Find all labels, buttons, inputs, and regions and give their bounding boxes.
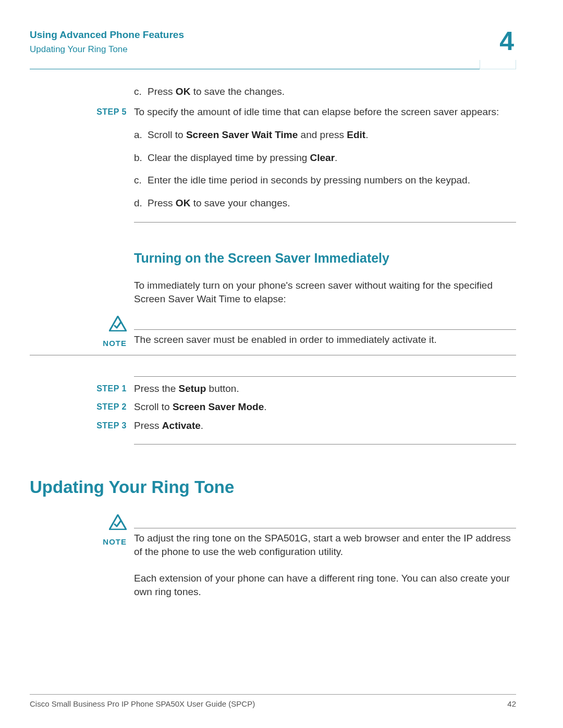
- substep-marker: b.: [134, 151, 148, 165]
- paragraph: Each extension of your phone can have a …: [134, 572, 516, 598]
- footer-page-number: 42: [507, 699, 516, 709]
- note-check-icon: [109, 514, 127, 534]
- substep-text: Press OK to save your changes.: [148, 196, 516, 210]
- note-label: NOTE: [103, 537, 127, 546]
- page-footer: Cisco Small Business Pro IP Phone SPA50X…: [30, 694, 516, 709]
- substep-text: Clear the displayed time by pressing Cle…: [148, 151, 516, 165]
- step-text: Scroll to Screen Saver Mode.: [134, 400, 516, 414]
- page-header: Using Advanced Phone Features Updating Y…: [30, 28, 516, 56]
- substep-marker: c.: [134, 85, 148, 98]
- substep-marker: c.: [134, 174, 148, 187]
- step-1: STEP 1 Press the Setup button.: [30, 382, 516, 396]
- page-content: c. Press OK to save the changes. STEP 5 …: [30, 85, 516, 599]
- substep-text: Scroll to Screen Saver Wait Time and pre…: [148, 128, 516, 142]
- note-text: To adjust the ring tone on the SPA501G, …: [134, 532, 516, 558]
- section-rule: [134, 376, 516, 377]
- step-3: STEP 3 Press Activate.: [30, 419, 516, 433]
- note-text: The screen saver must be enabled in orde…: [134, 333, 516, 347]
- section-title: Using Advanced Phone Features: [30, 28, 184, 42]
- note-rule: [134, 329, 516, 330]
- note-left: NOTE: [30, 514, 134, 558]
- step-intro: To specify the amount of idle time that …: [134, 105, 516, 119]
- step-label: STEP 3: [30, 419, 134, 433]
- substep-row: b. Clear the displayed time by pressing …: [134, 151, 516, 165]
- svg-marker-1: [109, 515, 126, 529]
- substep-row: d. Press OK to save your changes.: [134, 196, 516, 210]
- note-body: The screen saver must be enabled in orde…: [134, 316, 516, 349]
- heading-1: Updating Your Ring Tone: [30, 476, 516, 499]
- note-check-icon: [109, 316, 127, 335]
- footer-doc-title: Cisco Small Business Pro IP Phone SPA50X…: [30, 699, 255, 709]
- step-text: Press the Setup button.: [134, 382, 516, 396]
- chapter-box-decoration: [480, 60, 516, 69]
- substep-row: c. Press OK to save the changes.: [134, 85, 516, 98]
- step-2: STEP 2 Scroll to Screen Saver Mode.: [30, 400, 516, 414]
- substep-text: Press OK to save the changes.: [148, 85, 516, 98]
- note-block: NOTE To adjust the ring tone on the SPA5…: [30, 514, 516, 558]
- svg-marker-0: [109, 316, 126, 331]
- note-body: To adjust the ring tone on the SPA501G, …: [134, 514, 516, 558]
- note-label: NOTE: [103, 339, 127, 348]
- substep-row: c. Enter the idle time period in seconds…: [134, 174, 516, 187]
- heading-2: Turning on the Screen Saver Immediately: [134, 250, 516, 267]
- full-rule: [30, 355, 516, 355]
- step-label: STEP 5: [30, 105, 134, 209]
- substep-text: Enter the idle time period in seconds by…: [148, 174, 516, 187]
- step-text: Press Activate.: [134, 419, 516, 433]
- substep-marker: d.: [134, 196, 148, 210]
- section-rule: [134, 222, 516, 223]
- substep-marker: a.: [134, 128, 148, 142]
- header-rule: [30, 69, 516, 69]
- chapter-number: 4: [499, 28, 516, 54]
- step-label: STEP 1: [30, 382, 134, 396]
- note-left: NOTE: [30, 316, 134, 349]
- header-left: Using Advanced Phone Features Updating Y…: [30, 28, 184, 56]
- note-rule: [134, 528, 516, 528]
- step-label: STEP 2: [30, 400, 134, 414]
- section-rule: [134, 444, 516, 445]
- note-block: NOTE The screen saver must be enabled in…: [30, 316, 516, 349]
- substep-row: a. Scroll to Screen Saver Wait Time and …: [134, 128, 516, 142]
- paragraph: To immediately turn on your phone's scre…: [134, 279, 516, 305]
- substep-c-prior: c. Press OK to save the changes.: [30, 85, 516, 98]
- step-5: STEP 5 To specify the amount of idle tim…: [30, 105, 516, 209]
- subsection-title: Updating Your Ring Tone: [30, 44, 184, 56]
